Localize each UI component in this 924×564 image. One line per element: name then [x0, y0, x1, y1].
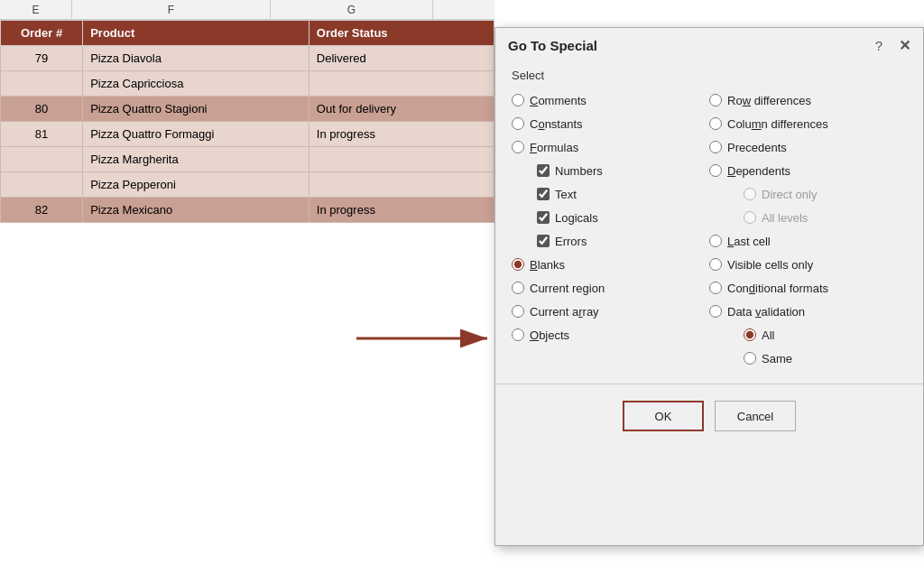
option-row-differences[interactable]: Row differences: [709, 89, 907, 111]
table-row: Pizza Margherita: [1, 147, 494, 172]
cell-status[interactable]: Out for delivery: [309, 97, 494, 122]
option-all-sub[interactable]: All: [709, 324, 907, 346]
option-numbers[interactable]: Numbers: [512, 160, 709, 181]
dialog-close-button[interactable]: ✕: [899, 37, 910, 54]
cell-status[interactable]: [309, 147, 494, 172]
cell-order[interactable]: 81: [1, 122, 83, 147]
option-precedents[interactable]: Precedents: [709, 136, 907, 158]
cell-order[interactable]: [1, 172, 83, 198]
table-row: 79Pizza DiavolaDelivered: [1, 46, 494, 71]
dialog-footer: OK Cancel: [495, 392, 923, 446]
table-row: 81Pizza Quattro FormaggiIn progress: [1, 122, 494, 147]
option-current-region[interactable]: Current region: [512, 277, 709, 299]
cell-order[interactable]: 80: [1, 97, 83, 122]
table-row: 82Pizza MexicanoIn progress: [1, 198, 494, 223]
cell-product[interactable]: Pizza Pepperoni: [83, 172, 310, 198]
table-row: Pizza Pepperoni: [1, 172, 494, 198]
cell-product[interactable]: Pizza Mexicano: [83, 198, 310, 223]
dialog-help-button[interactable]: ?: [875, 38, 882, 53]
go-to-special-dialog: Go To Special ? ✕ Select Comments Consta…: [494, 27, 924, 546]
option-dependents[interactable]: Dependents: [709, 160, 907, 181]
option-constants[interactable]: Constants: [512, 113, 709, 134]
cell-product[interactable]: Pizza Quattro Stagioni: [83, 97, 310, 122]
option-direct-only[interactable]: Direct only: [709, 183, 907, 205]
option-all-levels[interactable]: All levels: [709, 207, 907, 228]
cell-status[interactable]: In progress: [309, 122, 494, 147]
cell-order[interactable]: [1, 147, 83, 172]
column-headers: E F G: [0, 0, 494, 20]
option-formulas[interactable]: Formulas: [512, 136, 709, 158]
cell-product[interactable]: Pizza Margherita: [83, 147, 310, 172]
option-objects[interactable]: Objects: [512, 324, 709, 346]
option-data-validation[interactable]: Data validation: [709, 300, 907, 322]
options-grid: Comments Constants Formulas Numbers Text: [512, 89, 907, 369]
spreadsheet: E F G Order # Product Order Status 79Piz…: [0, 0, 494, 564]
table-row: 80Pizza Quattro StagioniOut for delivery: [1, 97, 494, 122]
option-column-differences[interactable]: Column differences: [709, 113, 907, 134]
dialog-divider: [495, 384, 923, 384]
dialog-titlebar: Go To Special ? ✕: [495, 28, 923, 60]
cell-status[interactable]: [309, 71, 494, 97]
option-current-array[interactable]: Current array: [512, 300, 709, 322]
col-header-g: G: [271, 0, 433, 19]
th-product: Product: [83, 21, 310, 46]
arrow-indicator: [356, 325, 501, 352]
option-logicals[interactable]: Logicals: [512, 207, 709, 228]
data-table: Order # Product Order Status 79Pizza Dia…: [0, 20, 494, 223]
cell-product[interactable]: Pizza Quattro Formaggi: [83, 122, 310, 147]
cell-status[interactable]: Delivered: [309, 46, 494, 71]
option-text[interactable]: Text: [512, 183, 709, 205]
cell-product[interactable]: Pizza Diavola: [83, 46, 310, 71]
option-errors[interactable]: Errors: [512, 230, 709, 252]
option-last-cell[interactable]: Last cell: [709, 230, 907, 252]
table-area: Order # Product Order Status 79Pizza Dia…: [0, 20, 494, 223]
cell-order[interactable]: [1, 71, 83, 97]
col-header-f: F: [72, 0, 271, 19]
cell-order[interactable]: 82: [1, 198, 83, 223]
col-header-e: E: [0, 0, 72, 19]
option-blanks[interactable]: Blanks: [512, 254, 709, 275]
option-same-sub[interactable]: Same: [709, 347, 907, 369]
cell-status[interactable]: [309, 172, 494, 198]
cell-order[interactable]: 79: [1, 46, 83, 71]
option-comments[interactable]: Comments: [512, 89, 709, 111]
table-row: Pizza Capricciosa: [1, 71, 494, 97]
th-order: Order #: [1, 21, 83, 46]
option-conditional-formats[interactable]: Conditional formats: [709, 277, 907, 299]
ok-button[interactable]: OK: [623, 401, 704, 431]
cancel-button[interactable]: Cancel: [715, 401, 796, 431]
cell-status[interactable]: In progress: [309, 198, 494, 223]
cell-product[interactable]: Pizza Capricciosa: [83, 71, 310, 97]
left-options-col: Comments Constants Formulas Numbers Text: [512, 89, 709, 369]
dialog-title: Go To Special: [508, 38, 597, 53]
dialog-body: Select Comments Constants Formulas: [495, 60, 923, 380]
select-label: Select: [512, 69, 907, 82]
option-visible-cells[interactable]: Visible cells only: [709, 254, 907, 275]
right-options-col: Row differences Column differences Prece…: [709, 89, 907, 369]
th-status: Order Status: [309, 21, 494, 46]
